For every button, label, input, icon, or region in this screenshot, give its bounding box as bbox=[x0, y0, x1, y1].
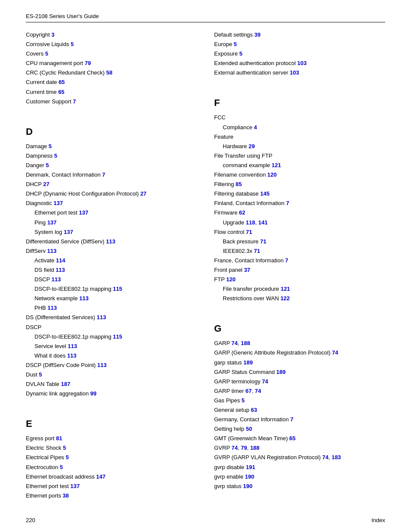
footer-right: Index bbox=[371, 517, 385, 523]
page-link[interactable]: 120 bbox=[226, 276, 236, 283]
page-link[interactable]: 145 bbox=[260, 190, 270, 197]
page-link[interactable]: 113 bbox=[68, 343, 77, 349]
page-link[interactable]: 103 bbox=[297, 60, 307, 66]
entry-text: Filtering bbox=[214, 181, 236, 187]
page-link[interactable]: 141 bbox=[258, 219, 268, 226]
page-link[interactable]: 65 bbox=[290, 435, 296, 442]
list-item: Activate 114 bbox=[26, 256, 197, 265]
page-link[interactable]: 79 bbox=[241, 445, 247, 451]
page-link[interactable]: 114 bbox=[56, 257, 65, 264]
page-link[interactable]: 3 bbox=[51, 31, 54, 38]
list-item: General setup 63 bbox=[214, 405, 385, 415]
page-link[interactable]: 7 bbox=[73, 98, 76, 105]
page-link[interactable]: 189 bbox=[243, 359, 253, 366]
page-link[interactable]: 115 bbox=[113, 286, 122, 292]
page-link[interactable]: 113 bbox=[52, 276, 61, 283]
page-link[interactable]: 50 bbox=[246, 426, 252, 432]
page-link[interactable]: 113 bbox=[79, 295, 89, 302]
page-link[interactable]: 27 bbox=[43, 181, 49, 187]
list-item: Denmark, Contact Information 7 bbox=[26, 170, 197, 180]
page-link[interactable]: 79 bbox=[85, 60, 91, 66]
page-link[interactable]: 29 bbox=[249, 143, 255, 149]
list-item: Danger 5 bbox=[26, 161, 197, 170]
page-link[interactable]: 190 bbox=[243, 483, 252, 489]
page-link[interactable]: 137 bbox=[47, 219, 57, 226]
page-link[interactable]: 74 bbox=[255, 388, 261, 394]
page-link[interactable]: 103 bbox=[290, 69, 299, 76]
page-link[interactable]: 5 bbox=[49, 143, 52, 149]
page-link[interactable]: 113 bbox=[97, 314, 106, 320]
page-link[interactable]: 137 bbox=[53, 200, 63, 206]
page-link[interactable]: 113 bbox=[47, 248, 57, 254]
page-link[interactable]: 190 bbox=[245, 473, 255, 480]
page-link[interactable]: 5 bbox=[234, 41, 237, 47]
page-link[interactable]: 74 bbox=[231, 445, 237, 451]
page-link[interactable]: 183 bbox=[332, 454, 341, 460]
page-link[interactable]: 191 bbox=[246, 464, 255, 470]
page-link[interactable]: 65 bbox=[58, 89, 64, 95]
page-link[interactable]: 74 bbox=[322, 454, 328, 460]
page-link[interactable]: 147 bbox=[96, 473, 106, 480]
page-link[interactable]: 39 bbox=[254, 31, 260, 38]
entry-text: Differentiated Service (DiffServ) bbox=[26, 238, 106, 245]
page-link[interactable]: 5 bbox=[242, 397, 245, 404]
page-link[interactable]: 121 bbox=[271, 162, 281, 168]
page-link[interactable]: 99 bbox=[90, 390, 97, 397]
page-link[interactable]: 113 bbox=[106, 238, 115, 245]
page-link[interactable]: 7 bbox=[286, 200, 289, 206]
page-link[interactable]: 137 bbox=[70, 483, 80, 489]
page-link[interactable]: 74 bbox=[262, 378, 268, 385]
page-link[interactable]: 58 bbox=[106, 69, 112, 76]
page-link[interactable]: 5 bbox=[71, 41, 74, 47]
page-link[interactable]: 5 bbox=[54, 152, 57, 159]
page-link[interactable]: 38 bbox=[62, 492, 68, 499]
page-link[interactable]: 71 bbox=[246, 229, 252, 235]
page-link[interactable]: 115 bbox=[113, 333, 122, 340]
page-link[interactable]: 188 bbox=[241, 340, 250, 346]
entry-text: Germany, Contact Information bbox=[214, 416, 290, 423]
page-link[interactable]: 121 bbox=[280, 286, 290, 292]
page-link[interactable]: 63 bbox=[251, 407, 257, 413]
page-link[interactable]: 189 bbox=[276, 369, 286, 375]
list-item: Service level 113 bbox=[26, 342, 197, 351]
page-link[interactable]: 122 bbox=[280, 295, 290, 302]
page-link[interactable]: 120 bbox=[268, 171, 277, 178]
entry-text: Electrocution bbox=[26, 464, 60, 470]
entry-text: General setup bbox=[214, 407, 251, 413]
page-link[interactable]: 118 bbox=[246, 219, 255, 226]
page-link[interactable]: 74 bbox=[231, 340, 237, 346]
page-link[interactable]: 137 bbox=[79, 209, 88, 216]
page-link[interactable]: 71 bbox=[254, 248, 260, 254]
page-link[interactable]: 137 bbox=[64, 229, 73, 235]
page-link[interactable]: 74 bbox=[332, 349, 338, 356]
page-link[interactable]: 37 bbox=[244, 267, 250, 273]
page-link[interactable]: 7 bbox=[102, 171, 105, 178]
list-item: Getting help 50 bbox=[214, 424, 385, 434]
page-link[interactable]: 5 bbox=[46, 162, 49, 168]
page-link[interactable]: 5 bbox=[65, 454, 68, 460]
page-link[interactable]: 4 bbox=[254, 124, 257, 131]
page-link[interactable]: 5 bbox=[60, 464, 63, 470]
page-link[interactable]: 71 bbox=[260, 238, 266, 245]
page-link[interactable]: 5 bbox=[63, 445, 66, 451]
page-link[interactable]: 187 bbox=[61, 381, 70, 387]
page-link[interactable]: 62 bbox=[239, 209, 245, 216]
page-link[interactable]: 81 bbox=[56, 435, 62, 442]
page-link[interactable]: 113 bbox=[67, 352, 77, 359]
page-link[interactable]: 5 bbox=[240, 50, 243, 57]
page-link[interactable]: 113 bbox=[56, 267, 65, 273]
page-link[interactable]: 65 bbox=[59, 79, 65, 85]
page-link[interactable]: 188 bbox=[250, 445, 260, 451]
list-item: Europe 5 bbox=[214, 40, 385, 49]
page-link[interactable]: 5 bbox=[39, 371, 42, 378]
page-link[interactable]: 113 bbox=[47, 305, 57, 311]
entry-text: DSCP-to-IEEE802.1p mapping bbox=[34, 333, 113, 340]
list-item: Default settings 39 bbox=[214, 30, 385, 40]
page-link[interactable]: 5 bbox=[45, 50, 48, 57]
page-link[interactable]: 7 bbox=[290, 416, 293, 423]
page-link[interactable]: 27 bbox=[140, 190, 146, 197]
page-link[interactable]: 7 bbox=[285, 257, 288, 264]
page-link[interactable]: 67 bbox=[246, 388, 252, 394]
page-link[interactable]: 113 bbox=[97, 362, 107, 368]
page-link[interactable]: 85 bbox=[236, 181, 242, 187]
